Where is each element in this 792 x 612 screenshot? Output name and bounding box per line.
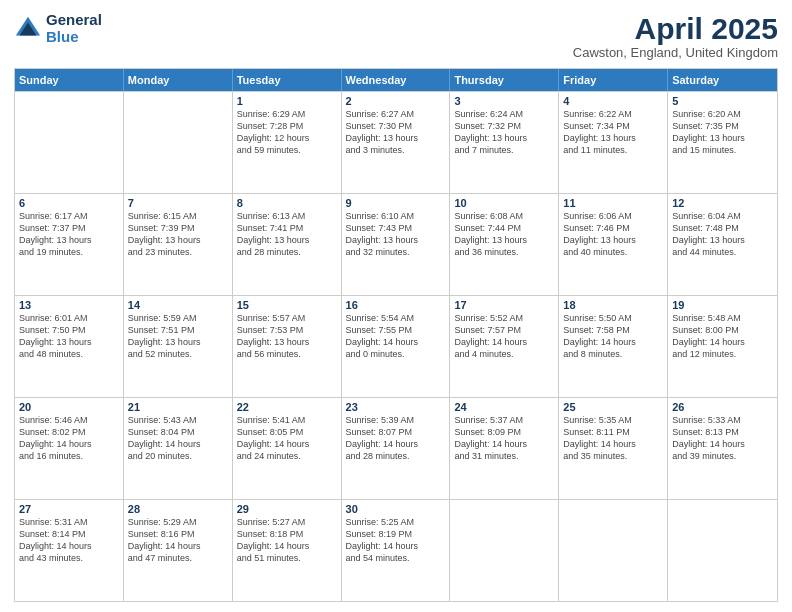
week-row-2: 13Sunrise: 6:01 AM Sunset: 7:50 PM Dayli…: [15, 295, 777, 397]
cal-cell-24: 24Sunrise: 5:37 AM Sunset: 8:09 PM Dayli…: [450, 398, 559, 499]
day-number: 29: [237, 503, 337, 515]
day-info: Sunrise: 5:39 AM Sunset: 8:07 PM Dayligh…: [346, 414, 446, 463]
day-info: Sunrise: 6:08 AM Sunset: 7:44 PM Dayligh…: [454, 210, 554, 259]
cal-cell-16: 16Sunrise: 5:54 AM Sunset: 7:55 PM Dayli…: [342, 296, 451, 397]
cal-cell-20: 20Sunrise: 5:46 AM Sunset: 8:02 PM Dayli…: [15, 398, 124, 499]
day-number: 26: [672, 401, 773, 413]
weekday-header-thursday: Thursday: [450, 69, 559, 91]
day-number: 12: [672, 197, 773, 209]
cal-cell-30: 30Sunrise: 5:25 AM Sunset: 8:19 PM Dayli…: [342, 500, 451, 601]
day-number: 14: [128, 299, 228, 311]
day-number: 9: [346, 197, 446, 209]
weekday-header-monday: Monday: [124, 69, 233, 91]
day-number: 6: [19, 197, 119, 209]
cal-cell-13: 13Sunrise: 6:01 AM Sunset: 7:50 PM Dayli…: [15, 296, 124, 397]
weekday-header-friday: Friday: [559, 69, 668, 91]
calendar-body: 1Sunrise: 6:29 AM Sunset: 7:28 PM Daylig…: [15, 91, 777, 601]
day-info: Sunrise: 5:52 AM Sunset: 7:57 PM Dayligh…: [454, 312, 554, 361]
day-number: 2: [346, 95, 446, 107]
logo-blue: Blue: [46, 29, 102, 46]
day-number: 1: [237, 95, 337, 107]
cal-cell-25: 25Sunrise: 5:35 AM Sunset: 8:11 PM Dayli…: [559, 398, 668, 499]
cal-cell-14: 14Sunrise: 5:59 AM Sunset: 7:51 PM Dayli…: [124, 296, 233, 397]
day-number: 7: [128, 197, 228, 209]
day-number: 24: [454, 401, 554, 413]
cal-cell-19: 19Sunrise: 5:48 AM Sunset: 8:00 PM Dayli…: [668, 296, 777, 397]
cal-cell-10: 10Sunrise: 6:08 AM Sunset: 7:44 PM Dayli…: [450, 194, 559, 295]
day-info: Sunrise: 5:27 AM Sunset: 8:18 PM Dayligh…: [237, 516, 337, 565]
day-info: Sunrise: 6:15 AM Sunset: 7:39 PM Dayligh…: [128, 210, 228, 259]
cal-cell-17: 17Sunrise: 5:52 AM Sunset: 7:57 PM Dayli…: [450, 296, 559, 397]
day-info: Sunrise: 5:29 AM Sunset: 8:16 PM Dayligh…: [128, 516, 228, 565]
day-info: Sunrise: 5:46 AM Sunset: 8:02 PM Dayligh…: [19, 414, 119, 463]
title-block: April 2025 Cawston, England, United King…: [573, 12, 778, 60]
day-number: 15: [237, 299, 337, 311]
cal-cell-18: 18Sunrise: 5:50 AM Sunset: 7:58 PM Dayli…: [559, 296, 668, 397]
day-number: 11: [563, 197, 663, 209]
day-info: Sunrise: 5:48 AM Sunset: 8:00 PM Dayligh…: [672, 312, 773, 361]
day-info: Sunrise: 6:20 AM Sunset: 7:35 PM Dayligh…: [672, 108, 773, 157]
day-info: Sunrise: 6:22 AM Sunset: 7:34 PM Dayligh…: [563, 108, 663, 157]
logo: General Blue: [14, 12, 102, 45]
day-info: Sunrise: 6:27 AM Sunset: 7:30 PM Dayligh…: [346, 108, 446, 157]
cal-cell-2: 2Sunrise: 6:27 AM Sunset: 7:30 PM Daylig…: [342, 92, 451, 193]
day-info: Sunrise: 5:25 AM Sunset: 8:19 PM Dayligh…: [346, 516, 446, 565]
day-info: Sunrise: 5:50 AM Sunset: 7:58 PM Dayligh…: [563, 312, 663, 361]
day-info: Sunrise: 6:17 AM Sunset: 7:37 PM Dayligh…: [19, 210, 119, 259]
day-info: Sunrise: 5:41 AM Sunset: 8:05 PM Dayligh…: [237, 414, 337, 463]
day-number: 27: [19, 503, 119, 515]
cal-cell-4: 4Sunrise: 6:22 AM Sunset: 7:34 PM Daylig…: [559, 92, 668, 193]
day-info: Sunrise: 5:57 AM Sunset: 7:53 PM Dayligh…: [237, 312, 337, 361]
cal-cell-empty-4-5: [559, 500, 668, 601]
day-info: Sunrise: 5:37 AM Sunset: 8:09 PM Dayligh…: [454, 414, 554, 463]
day-number: 22: [237, 401, 337, 413]
calendar: SundayMondayTuesdayWednesdayThursdayFrid…: [14, 68, 778, 602]
weekday-header-sunday: Sunday: [15, 69, 124, 91]
cal-cell-28: 28Sunrise: 5:29 AM Sunset: 8:16 PM Dayli…: [124, 500, 233, 601]
cal-cell-empty-4-4: [450, 500, 559, 601]
cal-cell-26: 26Sunrise: 5:33 AM Sunset: 8:13 PM Dayli…: [668, 398, 777, 499]
logo-general: General: [46, 12, 102, 29]
day-number: 18: [563, 299, 663, 311]
day-info: Sunrise: 5:35 AM Sunset: 8:11 PM Dayligh…: [563, 414, 663, 463]
cal-cell-23: 23Sunrise: 5:39 AM Sunset: 8:07 PM Dayli…: [342, 398, 451, 499]
cal-cell-15: 15Sunrise: 5:57 AM Sunset: 7:53 PM Dayli…: [233, 296, 342, 397]
weekday-header-saturday: Saturday: [668, 69, 777, 91]
day-number: 4: [563, 95, 663, 107]
day-info: Sunrise: 5:31 AM Sunset: 8:14 PM Dayligh…: [19, 516, 119, 565]
cal-cell-empty-0-0: [15, 92, 124, 193]
logo-text: General Blue: [46, 12, 102, 45]
logo-icon: [14, 15, 42, 43]
cal-cell-9: 9Sunrise: 6:10 AM Sunset: 7:43 PM Daylig…: [342, 194, 451, 295]
cal-cell-27: 27Sunrise: 5:31 AM Sunset: 8:14 PM Dayli…: [15, 500, 124, 601]
weekday-header-wednesday: Wednesday: [342, 69, 451, 91]
cal-cell-11: 11Sunrise: 6:06 AM Sunset: 7:46 PM Dayli…: [559, 194, 668, 295]
day-info: Sunrise: 6:10 AM Sunset: 7:43 PM Dayligh…: [346, 210, 446, 259]
day-info: Sunrise: 6:29 AM Sunset: 7:28 PM Dayligh…: [237, 108, 337, 157]
cal-cell-1: 1Sunrise: 6:29 AM Sunset: 7:28 PM Daylig…: [233, 92, 342, 193]
cal-cell-21: 21Sunrise: 5:43 AM Sunset: 8:04 PM Dayli…: [124, 398, 233, 499]
day-number: 19: [672, 299, 773, 311]
week-row-4: 27Sunrise: 5:31 AM Sunset: 8:14 PM Dayli…: [15, 499, 777, 601]
day-number: 28: [128, 503, 228, 515]
week-row-1: 6Sunrise: 6:17 AM Sunset: 7:37 PM Daylig…: [15, 193, 777, 295]
day-number: 30: [346, 503, 446, 515]
day-info: Sunrise: 6:24 AM Sunset: 7:32 PM Dayligh…: [454, 108, 554, 157]
cal-cell-8: 8Sunrise: 6:13 AM Sunset: 7:41 PM Daylig…: [233, 194, 342, 295]
day-info: Sunrise: 5:43 AM Sunset: 8:04 PM Dayligh…: [128, 414, 228, 463]
week-row-3: 20Sunrise: 5:46 AM Sunset: 8:02 PM Dayli…: [15, 397, 777, 499]
cal-cell-22: 22Sunrise: 5:41 AM Sunset: 8:05 PM Dayli…: [233, 398, 342, 499]
day-info: Sunrise: 6:13 AM Sunset: 7:41 PM Dayligh…: [237, 210, 337, 259]
weekday-header-tuesday: Tuesday: [233, 69, 342, 91]
cal-cell-29: 29Sunrise: 5:27 AM Sunset: 8:18 PM Dayli…: [233, 500, 342, 601]
day-number: 21: [128, 401, 228, 413]
cal-cell-12: 12Sunrise: 6:04 AM Sunset: 7:48 PM Dayli…: [668, 194, 777, 295]
location: Cawston, England, United Kingdom: [573, 45, 778, 60]
day-info: Sunrise: 5:54 AM Sunset: 7:55 PM Dayligh…: [346, 312, 446, 361]
month-title: April 2025: [573, 12, 778, 45]
day-number: 16: [346, 299, 446, 311]
day-number: 10: [454, 197, 554, 209]
cal-cell-empty-0-1: [124, 92, 233, 193]
page: General Blue April 2025 Cawston, England…: [0, 0, 792, 612]
day-number: 20: [19, 401, 119, 413]
